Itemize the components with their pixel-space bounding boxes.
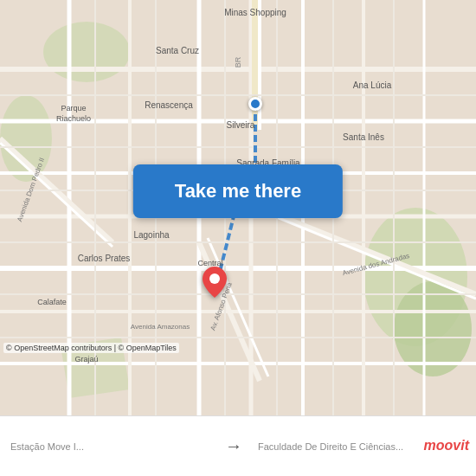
arrow-icon: → (218, 436, 249, 456)
svg-text:Calafate: Calafate (37, 298, 67, 306)
footer-bar: Estação Move I... → Faculdade De Direito… (0, 415, 476, 476)
svg-point-61 (209, 273, 220, 284)
destination-marker (203, 267, 227, 301)
svg-text:Parque: Parque (61, 104, 86, 113)
svg-text:Santa Cruz: Santa Cruz (156, 46, 199, 55)
svg-text:Lagoinha: Lagoinha (133, 230, 170, 240)
origin-marker (248, 97, 262, 111)
cta-button-container: Take me there (133, 164, 343, 218)
svg-text:Grajaú: Grajaú (74, 355, 98, 363)
map-attribution: © OpenStreetMap contributors | © OpenMap… (3, 343, 179, 353)
moovit-brand-text: moovit (424, 438, 469, 453)
origin-label: Estação Move I... (10, 441, 218, 452)
moovit-logo: moovit (407, 415, 476, 476)
svg-text:Avenida Amazonas: Avenida Amazonas (131, 323, 190, 331)
svg-text:BR: BR (234, 56, 242, 68)
svg-point-3 (0, 95, 52, 182)
take-me-there-button[interactable]: Take me there (133, 164, 343, 218)
svg-text:Minas Shopping: Minas Shopping (224, 8, 286, 17)
svg-text:Renascença: Renascença (145, 100, 193, 110)
svg-text:Riachuelo: Riachuelo (56, 114, 91, 123)
svg-point-5 (43, 22, 130, 82)
footer-origin: Estação Move I... (10, 441, 218, 452)
map-container: Minas Shopping Santa Cruz Parque Riachue… (0, 0, 476, 415)
svg-text:Ana Lúcia: Ana Lúcia (353, 80, 392, 90)
svg-text:Silveira: Silveira (227, 120, 255, 130)
svg-text:Santa Inês: Santa Inês (343, 132, 384, 142)
svg-text:Carlos Prates: Carlos Prates (78, 254, 131, 263)
